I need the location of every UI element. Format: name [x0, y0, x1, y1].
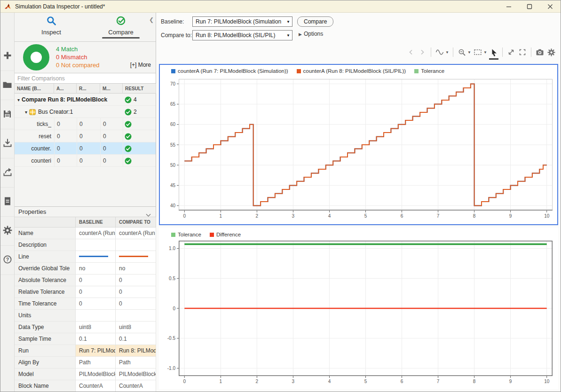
- maximize-button[interactable]: [519, 0, 540, 12]
- tab-inspect-label: Inspect: [23, 29, 79, 36]
- tab-bar: Inspect Compare ❮: [15, 13, 156, 42]
- property-row-relative-tolerance[interactable]: Relative Tolerance0 0: [15, 286, 156, 298]
- pointer-icon[interactable]: [488, 46, 499, 58]
- property-row-name[interactable]: NamecounterA (Run counterA (Run: [15, 227, 156, 239]
- tree-column-header[interactable]: M...: [100, 84, 123, 94]
- plot-settings-icon[interactable]: [545, 46, 557, 58]
- minimize-button[interactable]: [498, 0, 519, 12]
- create-report-button[interactable]: [0, 188, 14, 217]
- tab-compare-label: Compare: [93, 29, 149, 36]
- tree-row-counteri[interactable]: counteri 0 0 0: [15, 155, 156, 167]
- svg-text:40: 40: [170, 203, 176, 208]
- tree-column-header[interactable]: R...: [77, 84, 100, 94]
- help-button[interactable]: ?: [0, 246, 14, 275]
- svg-text:9: 9: [509, 379, 512, 384]
- difference-chart[interactable]: Tolerance Difference 012345678910-1.0-0.…: [159, 227, 558, 389]
- tab-compare[interactable]: Compare: [93, 16, 149, 36]
- open-button[interactable]: [0, 71, 14, 100]
- compare-to-dropdown-value: Run 8: PILModelBlock (SIL/PIL): [196, 32, 286, 39]
- property-row-override-global-tole[interactable]: Override Global Toleno no: [15, 263, 156, 274]
- property-row-description[interactable]: Description: [15, 239, 156, 251]
- tree-row-bus-creator-1[interactable]: ▾ Bus Creator:12: [15, 106, 156, 118]
- tree-column-header[interactable]: A...: [54, 84, 77, 94]
- svg-text:0: 0: [173, 306, 175, 311]
- svg-text:8: 8: [473, 213, 476, 219]
- zoom-icon[interactable]: [456, 46, 467, 58]
- property-row-sample-time[interactable]: Sample Time0.1 0.1: [15, 333, 156, 345]
- compare-to-dropdown[interactable]: Run 8: PILModelBlock (SIL/PIL) ▼: [192, 30, 292, 40]
- inspect-icon: [46, 21, 56, 27]
- baseline-label: Baseline:: [161, 18, 184, 25]
- property-row-align-by[interactable]: Align ByPath Path: [15, 357, 156, 368]
- legend-item[interactable]: Tolerance: [414, 68, 444, 74]
- app-window: Simulation Data Inspector - untitled* ? …: [0, 0, 561, 392]
- properties-table: BASELINECOMPARE TO NamecounterA (Run cou…: [15, 217, 156, 392]
- fit-to-view-icon[interactable]: [506, 46, 517, 58]
- property-row-line[interactable]: Line: [15, 251, 156, 263]
- tree-row-counter-[interactable]: counter. 0 0 0: [15, 142, 156, 155]
- plot-area[interactable]: 01234567891040455055606570: [179, 79, 553, 211]
- zoom-region-icon[interactable]: [472, 46, 483, 58]
- svg-text:60: 60: [170, 122, 176, 127]
- preferences-icon: [3, 226, 12, 236]
- svg-text:55: 55: [170, 142, 176, 148]
- svg-text:6: 6: [401, 213, 403, 219]
- property-row-absolute-tolerance[interactable]: Absolute Tolerance0 0: [15, 274, 156, 286]
- baseline-dropdown[interactable]: Run 7: PILModelBlock (Simulation ▼: [192, 16, 292, 27]
- save-button[interactable]: [0, 100, 14, 129]
- svg-text:0.5: 0.5: [169, 276, 175, 281]
- svg-text:9: 9: [509, 213, 512, 219]
- svg-text:45: 45: [170, 183, 176, 188]
- property-row-run[interactable]: RunRun 7: PILMod Run 8: PILMod: [15, 345, 156, 357]
- toolbar-separator: [431, 47, 431, 57]
- options-toggle[interactable]: ▶Options: [299, 31, 323, 37]
- import-button[interactable]: [0, 129, 14, 158]
- plot-area[interactable]: 012345678910-1.0-0.500.51.0: [179, 241, 553, 376]
- tree-column-header[interactable]: RESULT: [123, 84, 156, 94]
- legend-swatch: [414, 69, 419, 73]
- more-link[interactable]: [+] More: [130, 62, 151, 68]
- dropdown-arrow-icon: ▼: [286, 33, 290, 38]
- legend-item[interactable]: counterA (Run 8: PILModelBlock (SIL/PIL)…: [297, 68, 406, 74]
- property-row-block-name[interactable]: Block NameCounterA CounterA: [15, 380, 156, 392]
- property-row-model[interactable]: ModelPILModelBlock PILModelBlock: [15, 368, 156, 380]
- signal-options-icon[interactable]: [434, 46, 445, 58]
- property-row-time-tolerance[interactable]: Time Tolerance0 0: [15, 298, 156, 310]
- svg-text:4: 4: [328, 213, 331, 219]
- active-tab-underline: [102, 37, 140, 39]
- zoom-dropdown-arrow-icon[interactable]: ▼: [467, 50, 472, 55]
- svg-text:0: 0: [183, 213, 186, 219]
- property-row-units[interactable]: Units: [15, 310, 156, 321]
- svg-text:1: 1: [220, 213, 222, 219]
- legend-item[interactable]: counterA (Run 7: PILModelBlock (Simulati…: [171, 68, 288, 74]
- prev-comparison-icon[interactable]: [405, 46, 417, 58]
- legend-item[interactable]: Tolerance: [171, 232, 201, 237]
- add-button[interactable]: [0, 42, 14, 71]
- tree-row-compare-run-8-pilmodelblock[interactable]: ▾ Compare Run 8: PILModelBlock4: [15, 94, 156, 106]
- snapshot-icon[interactable]: [534, 46, 545, 58]
- expand-caret-icon[interactable]: ▾: [17, 97, 20, 102]
- options-label: Options: [304, 31, 323, 37]
- tree-column-header[interactable]: NAME (B...: [15, 84, 54, 94]
- tab-inspect[interactable]: Inspect: [23, 16, 79, 36]
- export-button[interactable]: [0, 158, 14, 188]
- comparison-chart[interactable]: counterA (Run 7: PILModelBlock (Simulati…: [159, 64, 558, 225]
- signal-options-dropdown-arrow-icon[interactable]: ▼: [445, 50, 450, 55]
- next-comparison-icon[interactable]: [417, 46, 428, 58]
- compare-button[interactable]: Compare: [297, 16, 333, 27]
- svg-text:0: 0: [183, 379, 186, 384]
- close-button[interactable]: [540, 0, 561, 12]
- expand-caret-icon[interactable]: ▾: [25, 110, 27, 115]
- matlab-logo-icon: [4, 3, 12, 10]
- fullscreen-icon[interactable]: [517, 46, 528, 58]
- properties-header[interactable]: Properties: [15, 206, 156, 217]
- legend-item[interactable]: Difference: [210, 232, 241, 237]
- zoom-region-dropdown-arrow-icon[interactable]: ▼: [483, 50, 488, 55]
- tree-row-ticks-[interactable]: ticks_ 0 0 0: [15, 118, 156, 130]
- property-row-data-type[interactable]: Data Typeuint8 uint8: [15, 321, 156, 333]
- collapse-panel-icon[interactable]: ❮: [149, 16, 154, 23]
- toolbar-separator: [531, 47, 531, 57]
- tree-row-reset[interactable]: reset 0 0 0: [15, 130, 156, 142]
- preferences-button[interactable]: [0, 217, 14, 246]
- filter-comparisons-input[interactable]: [15, 73, 156, 84]
